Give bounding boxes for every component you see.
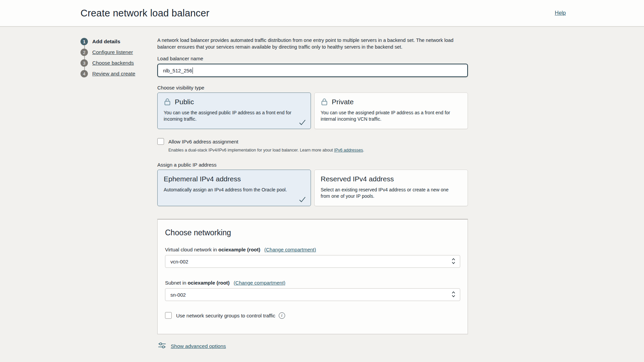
- load-balancer-name-input[interactable]: nlb_512_256: [157, 64, 468, 77]
- sliders-icon: [158, 342, 166, 350]
- choose-networking-panel: Choose networking Virtual cloud network …: [157, 219, 468, 334]
- step-add-details: 1 Add details: [80, 36, 135, 47]
- step-number-badge: 4: [80, 70, 88, 77]
- reserved-ip-title: Reserved IPv4 address: [321, 175, 394, 183]
- step-link-configure-listener[interactable]: Configure listener: [92, 49, 133, 55]
- advanced-options-row: Show advanced options: [157, 342, 468, 350]
- text-cursor: [193, 67, 193, 74]
- visibility-type-label: Choose visibility type: [157, 85, 468, 90]
- ip-card-reserved[interactable]: Reserved IPv4 address Select an existing…: [314, 170, 468, 206]
- ephemeral-ip-description: Automatically assign an IPv4 address fro…: [164, 187, 294, 193]
- subnet-select[interactable]: sn-002: [165, 288, 460, 301]
- ipv6-checkbox-label: Allow IPv6 address assignment: [168, 139, 238, 144]
- step-number-badge: 2: [80, 49, 88, 56]
- ephemeral-ip-title: Ephemeral IPv4 address: [164, 175, 241, 183]
- info-icon[interactable]: i: [279, 312, 285, 319]
- load-balancer-name-label: Load balancer name: [157, 56, 468, 61]
- reserved-ip-description: Select an existing reserved IPv4 address…: [321, 187, 451, 199]
- ipv6-note: Enables a dual-stack IPv4/IPv6 implement…: [168, 148, 468, 153]
- ip-card-ephemeral[interactable]: Ephemeral IPv4 address Automatically ass…: [157, 170, 311, 206]
- step-choose-backends[interactable]: 3 Choose backends: [80, 58, 135, 68]
- nsg-checkbox-label: Use network security groups to control t…: [176, 313, 275, 318]
- vcn-compartment: ociexample (root): [218, 247, 260, 252]
- nsg-checkbox-row: Use network security groups to control t…: [165, 312, 460, 319]
- visibility-public-title: Public: [175, 98, 194, 106]
- step-review-create[interactable]: 4 Review and create: [80, 68, 135, 79]
- intro-text: A network load balancer provides automat…: [157, 37, 468, 50]
- selected-check-icon: [299, 119, 306, 125]
- page-header: Create network load balancer Help: [0, 0, 644, 27]
- public-ip-card-row: Ephemeral IPv4 address Automatically ass…: [157, 170, 468, 206]
- selected-check-icon: [299, 196, 306, 202]
- visibility-public-description: You can use the assigned public IP addre…: [164, 110, 294, 122]
- visibility-private-title: Private: [332, 98, 354, 106]
- subnet-block: Subnet in ociexample (root)(Change compa…: [165, 280, 460, 301]
- visibility-private-description: You can use the assigned private IP addr…: [321, 110, 451, 122]
- subnet-compartment: ociexample (root): [188, 280, 230, 286]
- lock-icon: [321, 98, 328, 106]
- vcn-label-prefix: Virtual cloud network in: [165, 247, 218, 252]
- networking-title: Choose networking: [165, 228, 460, 237]
- step-link-choose-backends[interactable]: Choose backends: [92, 60, 134, 66]
- unlock-icon: [164, 98, 171, 106]
- load-balancer-name-value: nlb_512_256: [163, 68, 192, 73]
- ipv6-addresses-link[interactable]: IPv6 addresses: [334, 148, 363, 153]
- subnet-select-value: sn-002: [170, 292, 186, 298]
- ipv6-checkbox[interactable]: [157, 138, 164, 145]
- page-title: Create network load balancer: [80, 8, 209, 19]
- help-link[interactable]: Help: [555, 10, 566, 16]
- step-number-badge: 3: [80, 59, 88, 67]
- vcn-select-value: vcn-002: [170, 259, 188, 264]
- step-label-add-details: Add details: [92, 39, 120, 45]
- wizard-stepper: 1 Add details 2 Configure listener 3 Cho…: [80, 36, 135, 79]
- vcn-label: Virtual cloud network in ociexample (roo…: [165, 247, 460, 252]
- show-advanced-options-link[interactable]: Show advanced options: [171, 343, 226, 349]
- visibility-card-public[interactable]: Public You can use the assigned public I…: [157, 93, 311, 129]
- ipv6-checkbox-row: Allow IPv6 address assignment: [157, 138, 468, 145]
- public-ip-label: Assign a public IP address: [157, 162, 468, 168]
- vcn-change-compartment-link[interactable]: (Change compartment): [264, 247, 316, 252]
- add-details-form: A network load balancer provides automat…: [157, 37, 468, 350]
- vcn-select[interactable]: vcn-002: [165, 255, 460, 268]
- step-configure-listener[interactable]: 2 Configure listener: [80, 47, 135, 58]
- subnet-change-compartment-link[interactable]: (Change compartment): [234, 280, 285, 286]
- step-link-review-create[interactable]: Review and create: [92, 71, 135, 77]
- subnet-label-prefix: Subnet in: [165, 280, 188, 286]
- visibility-card-private[interactable]: Private You can use the assigned private…: [314, 93, 468, 129]
- visibility-card-row: Public You can use the assigned public I…: [157, 93, 468, 129]
- subnet-label: Subnet in ociexample (root)(Change compa…: [165, 280, 460, 286]
- step-number-badge: 1: [80, 38, 88, 45]
- select-chevrons-icon: [451, 257, 455, 266]
- nsg-checkbox[interactable]: [165, 312, 172, 319]
- ipv6-note-text: Enables a dual-stack IPv4/IPv6 implement…: [168, 148, 334, 153]
- select-chevrons-icon: [451, 291, 455, 299]
- ipv6-note-suffix: .: [363, 148, 364, 153]
